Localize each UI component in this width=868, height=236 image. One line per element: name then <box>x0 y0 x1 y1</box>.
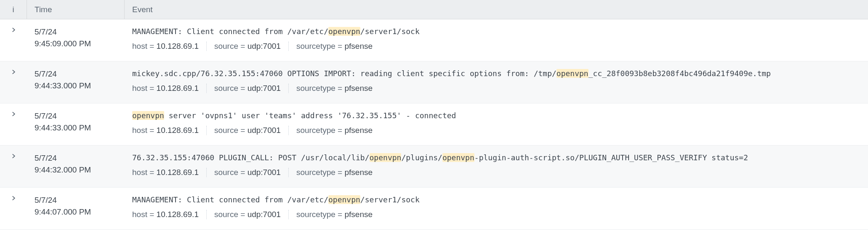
meta-value: 10.128.69.1 <box>157 210 199 219</box>
column-header-time[interactable]: Time <box>27 0 125 19</box>
chevron-right-icon[interactable] <box>11 27 16 56</box>
meta-key: host <box>132 84 147 93</box>
meta-key: sourcetype <box>296 168 335 177</box>
expand-cell <box>0 151 27 182</box>
meta-source[interactable]: source = udp:7001 <box>214 42 289 51</box>
expand-cell <box>0 193 27 224</box>
event-meta: host = 10.128.69.1source = udp:7001sourc… <box>132 168 860 177</box>
meta-value: udp:7001 <box>248 84 281 93</box>
event-date: 5/7/24 <box>35 152 125 164</box>
event-time: 9:44:07.000 PM <box>35 206 125 218</box>
meta-value: udp:7001 <box>248 210 281 219</box>
meta-value: pfsense <box>345 126 373 135</box>
event-cell: mickey.sdc.cpp/76.32.35.155:47060 OPTION… <box>125 66 868 98</box>
time-cell: 5/7/249:44:07.000 PM <box>27 193 125 224</box>
expand-cell <box>0 109 27 140</box>
meta-key: sourcetype <box>296 84 335 93</box>
event-meta: host = 10.128.69.1source = udp:7001sourc… <box>132 126 860 135</box>
meta-value: pfsense <box>345 168 373 177</box>
expand-cell <box>0 66 27 98</box>
highlight-match: openvpn <box>328 27 360 36</box>
meta-source[interactable]: source = udp:7001 <box>214 210 289 219</box>
expand-cell <box>0 24 27 56</box>
event-meta: host = 10.128.69.1source = udp:7001sourc… <box>132 84 860 93</box>
event-date: 5/7/24 <box>35 26 125 38</box>
meta-key: host <box>132 210 147 219</box>
column-header-event[interactable]: Event <box>125 0 868 19</box>
event-cell: MANAGEMENT: Client connected from /var/e… <box>125 24 868 56</box>
meta-source[interactable]: source = udp:7001 <box>214 84 289 93</box>
time-cell: 5/7/249:45:09.000 PM <box>27 24 125 56</box>
meta-host[interactable]: host = 10.128.69.1 <box>132 126 207 135</box>
chevron-right-icon[interactable] <box>11 153 16 182</box>
chevron-right-icon[interactable] <box>11 195 16 224</box>
time-cell: 5/7/249:44:33.000 PM <box>27 66 125 98</box>
meta-value: udp:7001 <box>248 42 281 50</box>
meta-value: pfsense <box>345 84 373 93</box>
meta-host[interactable]: host = 10.128.69.1 <box>132 168 207 177</box>
meta-value: udp:7001 <box>248 168 281 177</box>
time-cell: 5/7/249:44:33.000 PM <box>27 109 125 140</box>
meta-key: sourcetype <box>296 210 335 219</box>
meta-key: host <box>132 126 147 135</box>
meta-value: pfsense <box>345 42 373 50</box>
meta-source[interactable]: source = udp:7001 <box>214 168 289 177</box>
meta-host[interactable]: host = 10.128.69.1 <box>132 42 207 51</box>
highlight-match: openvpn <box>370 153 402 162</box>
event-raw[interactable]: 76.32.35.155:47060 PLUGIN_CALL: POST /us… <box>132 151 860 164</box>
event-cell: openvpn server 'ovpns1' user 'teams' add… <box>125 109 868 140</box>
meta-value: udp:7001 <box>248 126 281 135</box>
table-header: i Time Event <box>0 0 868 19</box>
table-row: 5/7/249:44:33.000 PMmickey.sdc.cpp/76.32… <box>0 61 868 103</box>
meta-sourcetype[interactable]: sourcetype = pfsense <box>296 84 373 93</box>
event-raw[interactable]: openvpn server 'ovpns1' user 'teams' add… <box>132 109 860 122</box>
meta-key: source <box>214 84 238 93</box>
meta-host[interactable]: host = 10.128.69.1 <box>132 84 207 93</box>
event-cell: 76.32.35.155:47060 PLUGIN_CALL: POST /us… <box>125 151 868 182</box>
event-meta: host = 10.128.69.1source = udp:7001sourc… <box>132 42 860 51</box>
event-time: 9:44:33.000 PM <box>35 80 125 92</box>
event-time: 9:45:09.000 PM <box>35 38 125 50</box>
meta-value: pfsense <box>345 210 373 219</box>
highlight-match: openvpn <box>328 195 360 204</box>
event-meta: host = 10.128.69.1source = udp:7001sourc… <box>132 210 860 219</box>
meta-key: host <box>132 168 147 177</box>
events-table: i Time Event 5/7/249:45:09.000 PMMANAGEM… <box>0 0 868 230</box>
meta-key: sourcetype <box>296 126 335 135</box>
meta-key: source <box>214 210 238 219</box>
meta-source[interactable]: source = udp:7001 <box>214 126 289 135</box>
event-date: 5/7/24 <box>35 68 125 80</box>
time-cell: 5/7/249:44:32.000 PM <box>27 151 125 182</box>
event-raw[interactable]: MANAGEMENT: Client connected from /var/e… <box>132 193 860 206</box>
chevron-right-icon[interactable] <box>11 69 16 98</box>
table-row: 5/7/249:44:32.000 PM76.32.35.155:47060 P… <box>0 146 868 188</box>
meta-value: 10.128.69.1 <box>157 84 199 93</box>
event-date: 5/7/24 <box>35 194 125 206</box>
event-date: 5/7/24 <box>35 110 125 122</box>
event-raw[interactable]: mickey.sdc.cpp/76.32.35.155:47060 OPTION… <box>132 66 860 80</box>
highlight-match: openvpn <box>132 111 164 120</box>
column-header-info[interactable]: i <box>0 0 27 19</box>
meta-value: 10.128.69.1 <box>157 126 199 135</box>
meta-value: 10.128.69.1 <box>157 42 199 50</box>
meta-sourcetype[interactable]: sourcetype = pfsense <box>296 210 373 219</box>
table-row: 5/7/249:45:09.000 PMMANAGEMENT: Client c… <box>0 19 868 61</box>
meta-sourcetype[interactable]: sourcetype = pfsense <box>296 168 373 177</box>
highlight-match: openvpn <box>442 153 474 162</box>
event-cell: MANAGEMENT: Client connected from /var/e… <box>125 193 868 224</box>
meta-key: source <box>214 168 238 177</box>
meta-sourcetype[interactable]: sourcetype = pfsense <box>296 126 373 135</box>
chevron-right-icon[interactable] <box>11 111 16 140</box>
event-raw[interactable]: MANAGEMENT: Client connected from /var/e… <box>132 24 860 37</box>
meta-key: host <box>132 42 147 50</box>
meta-key: source <box>214 42 238 50</box>
meta-key: source <box>214 126 238 135</box>
event-time: 9:44:33.000 PM <box>35 122 125 134</box>
highlight-match: openvpn <box>556 69 588 78</box>
event-time: 9:44:32.000 PM <box>35 164 125 176</box>
table-row: 5/7/249:44:33.000 PMopenvpn server 'ovpn… <box>0 103 868 146</box>
meta-sourcetype[interactable]: sourcetype = pfsense <box>296 42 373 51</box>
table-body: 5/7/249:45:09.000 PMMANAGEMENT: Client c… <box>0 19 868 230</box>
meta-key: sourcetype <box>296 42 335 50</box>
meta-host[interactable]: host = 10.128.69.1 <box>132 210 207 219</box>
